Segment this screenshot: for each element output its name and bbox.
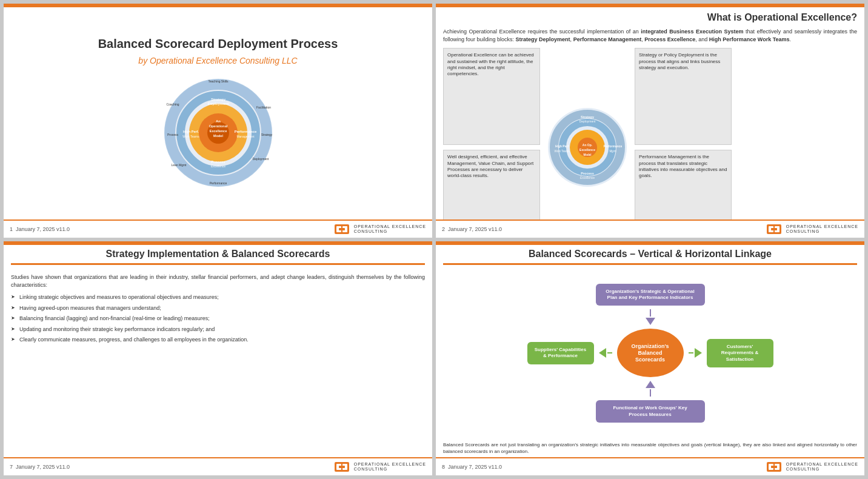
slide4-note: Balanced Scorecards are not just transla… [443, 441, 857, 455]
slide4-title: Balanced Scorecards – Vertical & Horizon… [443, 249, 857, 260]
svg-text:Work Teams: Work Teams [182, 135, 199, 138]
svg-text:Management: Management [236, 135, 255, 138]
oec-logo-text-3: Operational Excellence Consulting [354, 462, 426, 472]
svg-text:Excellence: Excellence [209, 129, 226, 133]
slide2-circle: An Op. Excellence Model Strategy Deploym… [545, 105, 630, 190]
svg-text:Lean Mgmt: Lean Mgmt [171, 163, 187, 167]
svg-text:Process: Process [211, 160, 225, 164]
arrow-center-to-bottom [646, 381, 655, 397]
arrow-head-down [646, 318, 655, 325]
bsc-bottom-box: Functional or Work Groups' Key Process M… [596, 400, 705, 423]
slide3-intro: Studies have shown that organizations th… [11, 273, 425, 289]
bsc-circle-diagram: Teaching Skills Facilitation Strategy De… [161, 75, 276, 190]
slide1-logo: Operational Excellence Consulting [333, 223, 426, 235]
oec-logo-text-4: Operational Excellence Consulting [786, 462, 858, 472]
arrow-line-down [650, 309, 651, 317]
svg-text:Process: Process [167, 133, 178, 136]
slide2-title: What is Operational Excellence? [443, 12, 857, 23]
oec-logo-text: Operational Excellence Consulting [354, 224, 426, 235]
oec-logo-icon [333, 223, 350, 235]
svg-text:Excellence: Excellence [579, 148, 595, 152]
oec-logo-icon-4 [766, 461, 783, 473]
svg-text:Deployment: Deployment [207, 102, 228, 106]
slide2-intro: Achieving Operational Excellence require… [443, 28, 857, 43]
svg-text:Model: Model [584, 153, 592, 156]
slide4-footer-num: 8 January 7, 2025 v11.0 [442, 464, 502, 470]
slide2-footer-num: 2 January 7, 2025 v11.0 [442, 226, 502, 232]
slide3-footer: 7 January 7, 2025 v11.0 Operational Exce… [4, 457, 432, 475]
slide3-header: Strategy Implementation & Balanced Score… [4, 245, 432, 263]
svg-text:High Perf: High Perf [555, 144, 569, 148]
right-arrows [689, 348, 702, 358]
bullet-3: Balancing financial (lagging) and non-fi… [11, 315, 425, 323]
slide3-content: Studies have shown that organizations th… [4, 265, 432, 457]
slide1-footer: 1 January 7, 2025 v11.0 Operational Exce… [4, 219, 432, 238]
slide2-header: What is Operational Excellence? [436, 7, 864, 25]
svg-text:Deployment: Deployment [579, 119, 596, 123]
svg-text:Teaching Skills: Teaching Skills [208, 79, 229, 83]
svg-text:High Perf.: High Perf. [183, 130, 199, 133]
oec-logo-icon-2 [766, 223, 783, 235]
arrow-horiz-line-right [689, 352, 693, 353]
slide-1: Balanced Scorecard Deployment Process by… [4, 4, 432, 238]
slide1-title: Balanced Scorecard Deployment Process [98, 37, 338, 51]
svg-text:Deployment: Deployment [252, 157, 269, 161]
slide2-box1: Operational Excellence can be achieved a… [443, 48, 540, 145]
bsc-diagram: Organization's Strategic & Operational P… [443, 267, 857, 439]
bsc-left-box: Suppliers' Capabilities & Performance [527, 342, 594, 364]
svg-text:Work Teams: Work Teams [555, 150, 570, 153]
svg-text:Performance: Performance [209, 181, 227, 185]
arrow-right-head [695, 348, 702, 358]
slide3-bullets: Linking strategic objectives and measure… [11, 293, 425, 344]
svg-text:Excellence: Excellence [580, 176, 595, 179]
slide-2: What is Operational Excellence? Achievin… [436, 4, 864, 238]
bullet-1: Linking strategic objectives and measure… [11, 293, 425, 302]
slide4-header: Balanced Scorecards – Vertical & Horizon… [436, 245, 864, 263]
slide3-logo: Operational Excellence Consulting [333, 461, 426, 473]
arrow-head-up [646, 381, 655, 388]
svg-text:Excellence: Excellence [210, 164, 225, 168]
left-arrows [599, 348, 612, 358]
arrow-top-to-center [646, 309, 655, 325]
slide3-title: Strategy Implementation & Balanced Score… [11, 249, 425, 260]
slide2-box2: Strategy or Policy Deployment is the pro… [635, 48, 732, 145]
svg-text:Coaching: Coaching [166, 102, 179, 106]
arrow-horiz-line-left [607, 352, 612, 353]
svg-text:Strategy: Strategy [210, 98, 225, 101]
svg-text:Strategy: Strategy [581, 115, 595, 119]
slide2-box4: Performance Management is the process th… [635, 150, 732, 219]
svg-text:Strategy: Strategy [261, 133, 272, 136]
bsc-middle-row: Suppliers' Capabilities & Performance Or… [527, 329, 773, 377]
slide4-logo: Operational Excellence Consulting [766, 461, 858, 473]
svg-rect-53 [339, 466, 345, 468]
slide2-logo: Operational Excellence Consulting [766, 223, 858, 235]
slide4-footer: 8 January 7, 2025 v11.0 Operational Exce… [436, 457, 864, 475]
oec-logo-icon-3 [333, 461, 350, 473]
slide-3: Strategy Implementation & Balanced Score… [4, 241, 432, 475]
slide1-footer-num: 1 January 7, 2025 v11.0 [10, 226, 70, 232]
bsc-center-box: Organization's Balanced Scorecards [617, 329, 684, 377]
bullet-5: Clearly communicate measures, progress, … [11, 336, 425, 344]
svg-text:An: An [216, 119, 221, 123]
svg-text:Process: Process [581, 172, 593, 175]
slide-4: Balanced Scorecards – Vertical & Horizon… [436, 241, 864, 475]
slide4-content: Organization's Strategic & Operational P… [436, 265, 864, 457]
slide1-subtitle: by Operational Excellence Consulting LLC [138, 56, 297, 65]
slide3-footer-num: 7 January 7, 2025 v11.0 [10, 464, 70, 470]
oec-logo-text-2: Operational Excellence Consulting [786, 224, 858, 235]
svg-rect-57 [771, 466, 777, 468]
svg-rect-29 [339, 228, 345, 230]
slide2-content: Achieving Operational Excellence require… [436, 25, 864, 219]
svg-text:Facilitation: Facilitation [256, 106, 271, 109]
svg-text:Mgmt: Mgmt [609, 150, 616, 153]
svg-text:Performance: Performance [604, 144, 623, 148]
arrow-line-up [650, 389, 651, 397]
slide2-footer: 2 January 7, 2025 v11.0 Operational Exce… [436, 219, 864, 238]
slide2-diagram-area: Operational Excellence can be achieved a… [443, 48, 857, 219]
bullet-4: Updating and monitoring their strategic … [11, 326, 425, 334]
bsc-top-box: Organization's Strategic & Operational P… [596, 284, 705, 306]
svg-rect-49 [771, 228, 777, 230]
bullet-2: Having agreed-upon measures that manager… [11, 304, 425, 313]
bsc-right-box: Customers' Requirements & Satisfaction [707, 339, 773, 367]
slide2-box3: Well designed, efficient, and effective … [443, 150, 540, 219]
